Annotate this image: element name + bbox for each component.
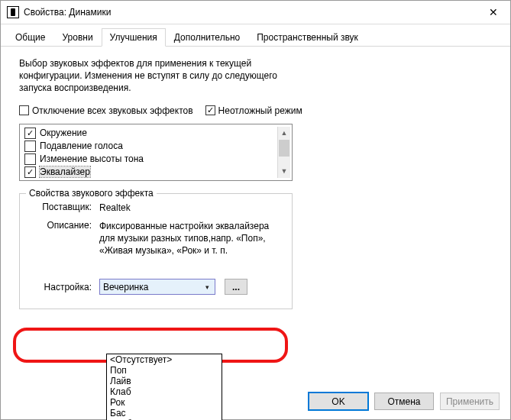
disable-all-checkbox[interactable]: Отключение всех звуковых эффектов bbox=[19, 105, 193, 116]
titlebar: Свойства: Динамики ✕ bbox=[1, 1, 510, 24]
effect-item[interactable]: ✓ Окружение bbox=[24, 127, 277, 140]
immediate-mode-label: Неотложный режим bbox=[218, 105, 302, 116]
effect-item[interactable]: ✓ Эквалайзер bbox=[24, 166, 277, 179]
tab-levels[interactable]: Уровни bbox=[53, 28, 101, 47]
effect-properties: Свойства звукового эффекта Поставщик: Re… bbox=[19, 193, 293, 310]
description-label: Описание: bbox=[29, 220, 99, 257]
setting-value: Вечеринка bbox=[103, 282, 148, 292]
scroll-track[interactable] bbox=[278, 140, 290, 165]
effect-label: Окружение bbox=[40, 128, 87, 138]
description-value: Фиксированные настройки эквалайзера для … bbox=[99, 220, 275, 257]
provider-row: Поставщик: Realtek bbox=[29, 202, 283, 214]
scroll-up-icon[interactable]: ▲ bbox=[278, 127, 290, 140]
setting-row: Настройка: Вечеринка ▾ ... bbox=[20, 279, 257, 295]
dropdown-option[interactable]: Рок bbox=[107, 397, 222, 408]
tab-spatial-sound[interactable]: Пространственный звук bbox=[248, 28, 367, 47]
chevron-down-icon: ▾ bbox=[201, 279, 213, 294]
speaker-icon bbox=[7, 6, 19, 18]
checkbox-icon[interactable]: ✓ bbox=[24, 128, 36, 139]
effects-list[interactable]: ✓ Окружение Подавление голоса Изменение … bbox=[19, 124, 293, 181]
apply-button: Применить bbox=[440, 393, 500, 410]
tab-general[interactable]: Общие bbox=[7, 28, 53, 47]
checkbox-icon[interactable] bbox=[24, 153, 36, 165]
effect-label: Эквалайзер bbox=[40, 166, 90, 177]
effect-label: Подавление голоса bbox=[40, 141, 123, 151]
checkbox-icon[interactable] bbox=[24, 141, 36, 152]
effect-item[interactable]: Изменение высоты тона bbox=[24, 153, 277, 166]
checkbox-icon[interactable]: ✓ bbox=[24, 166, 36, 178]
provider-value: Realtek bbox=[99, 202, 275, 214]
effect-label: Изменение высоты тона bbox=[40, 153, 144, 164]
effects-items: ✓ Окружение Подавление голоса Изменение … bbox=[24, 127, 277, 178]
disable-all-label: Отключение всех звуковых эффектов bbox=[32, 105, 193, 116]
dropdown-option[interactable]: Бас bbox=[107, 408, 222, 418]
scroll-thumb[interactable] bbox=[279, 140, 289, 157]
properties-window: Свойства: Динамики ✕ Общие Уровни Улучше… bbox=[0, 0, 511, 420]
tab-bar: Общие Уровни Улучшения Дополнительно Про… bbox=[1, 24, 510, 47]
description-row: Описание: Фиксированные настройки эквала… bbox=[29, 220, 283, 257]
setting-dropdown-list[interactable]: <Отсутствует> Поп Лайв Клаб Рок Бас Темб… bbox=[106, 354, 222, 420]
window-title: Свойства: Динамики bbox=[24, 7, 476, 18]
top-checkboxes: Отключение всех звуковых эффектов ✓ Неот… bbox=[19, 105, 492, 116]
dropdown-option[interactable]: Клаб bbox=[107, 386, 222, 397]
cancel-button[interactable]: Отмена bbox=[374, 393, 434, 410]
setting-combobox[interactable]: Вечеринка ▾ bbox=[99, 279, 215, 295]
checkbox-icon bbox=[19, 105, 29, 115]
tab-enhancements[interactable]: Улучшения bbox=[102, 28, 166, 47]
dialog-buttons: OK Отмена Применить bbox=[309, 393, 500, 410]
ok-button[interactable]: OK bbox=[309, 393, 368, 410]
provider-label: Поставщик: bbox=[29, 202, 99, 214]
tab-content: Выбор звуковых эффектов для применения к… bbox=[1, 47, 510, 309]
dropdown-option[interactable]: Поп bbox=[107, 365, 222, 376]
tab-advanced[interactable]: Дополнительно bbox=[166, 28, 248, 47]
fieldset-legend: Свойства звукового эффекта bbox=[26, 188, 157, 199]
close-button[interactable]: ✕ bbox=[476, 1, 510, 24]
setting-advanced-button[interactable]: ... bbox=[225, 279, 247, 295]
scroll-down-icon[interactable]: ▼ bbox=[278, 165, 290, 178]
dropdown-option[interactable]: <Отсутствует> bbox=[107, 354, 222, 365]
immediate-mode-checkbox[interactable]: ✓ Неотложный режим bbox=[205, 105, 302, 116]
intro-text: Выбор звуковых эффектов для применения к… bbox=[19, 57, 279, 95]
dropdown-option[interactable]: Лайв bbox=[107, 376, 222, 386]
setting-label: Настройка: bbox=[29, 282, 99, 292]
effect-item[interactable]: Подавление голоса bbox=[24, 140, 277, 153]
checkbox-icon: ✓ bbox=[205, 105, 215, 115]
effects-scrollbar[interactable]: ▲ ▼ bbox=[277, 127, 290, 178]
